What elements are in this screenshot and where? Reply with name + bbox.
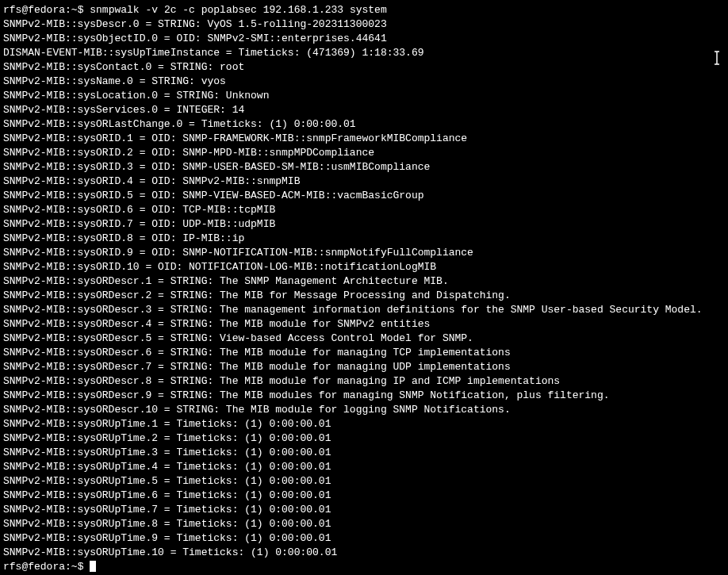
output-line: SNMPv2-MIB::sysORDescr.1 = STRING: The S…: [3, 274, 725, 289]
output-line: SNMPv2-MIB::sysORUpTime.1 = Timeticks: (…: [3, 417, 725, 431]
prompt-path: ~: [71, 4, 78, 16]
output-line: SNMPv2-MIB::sysORDescr.3 = STRING: The m…: [3, 303, 725, 317]
command-line: rfs@fedora:~$ snmpwalk -v 2c -c poplabse…: [3, 3, 725, 17]
spacer-2: [83, 561, 90, 573]
output-line: SNMPv2-MIB::sysORDescr.8 = STRING: The M…: [3, 374, 725, 389]
output-container: SNMPv2-MIB::sysDescr.0 = STRING: VyOS 1.…: [3, 17, 725, 560]
output-line: SNMPv2-MIB::sysORID.2 = OID: SNMP-MPD-MI…: [3, 146, 725, 160]
output-line: SNMPv2-MIB::sysORUpTime.10 = Timeticks: …: [3, 546, 725, 560]
output-line: SNMPv2-MIB::sysORDescr.6 = STRING: The M…: [3, 346, 725, 360]
output-line: SNMPv2-MIB::sysORID.9 = OID: SNMP-NOTIFI…: [3, 246, 725, 260]
output-line: SNMPv2-MIB::sysORUpTime.6 = Timeticks: (…: [3, 489, 725, 503]
output-line: SNMPv2-MIB::sysORUpTime.8 = Timeticks: (…: [3, 517, 725, 531]
command-text: snmpwalk -v 2c -c poplabsec 192.168.1.23…: [90, 4, 386, 16]
output-line: SNMPv2-MIB::sysORDescr.10 = STRING: The …: [3, 403, 725, 417]
terminal-window[interactable]: rfs@fedora:~$ snmpwalk -v 2c -c poplabse…: [3, 3, 725, 574]
prompt-user-host-2: rfs@fedora: [3, 561, 65, 573]
output-line: SNMPv2-MIB::sysContact.0 = STRING: root: [3, 60, 725, 75]
output-line: SNMPv2-MIB::sysORUpTime.7 = Timeticks: (…: [3, 503, 725, 517]
output-line: SNMPv2-MIB::sysORUpTime.5 = Timeticks: (…: [3, 474, 725, 489]
output-line: DISMAN-EVENT-MIB::sysUpTimeInstance = Ti…: [3, 46, 725, 60]
output-line: SNMPv2-MIB::sysORID.8 = OID: IP-MIB::ip: [3, 232, 725, 246]
output-line: SNMPv2-MIB::sysORID.1 = OID: SNMP-FRAMEW…: [3, 132, 725, 146]
output-line: SNMPv2-MIB::sysORID.10 = OID: NOTIFICATI…: [3, 260, 725, 274]
output-line: SNMPv2-MIB::sysORID.6 = OID: TCP-MIB::tc…: [3, 203, 725, 217]
output-line: SNMPv2-MIB::sysORUpTime.9 = Timeticks: (…: [3, 531, 725, 546]
output-line: SNMPv2-MIB::sysServices.0 = INTEGER: 14: [3, 103, 725, 117]
output-line: SNMPv2-MIB::sysORLastChange.0 = Timetick…: [3, 117, 725, 132]
output-line: SNMPv2-MIB::sysName.0 = STRING: vyos: [3, 75, 725, 89]
output-line: SNMPv2-MIB::sysORUpTime.2 = Timeticks: (…: [3, 431, 725, 446]
output-line: SNMPv2-MIB::sysORID.5 = OID: SNMP-VIEW-B…: [3, 189, 725, 203]
prompt-separator: :: [65, 4, 71, 16]
output-line: SNMPv2-MIB::sysORUpTime.3 = Timeticks: (…: [3, 446, 725, 460]
output-line: SNMPv2-MIB::sysORDescr.4 = STRING: The M…: [3, 317, 725, 332]
terminal-cursor[interactable]: [90, 561, 96, 572]
output-line: SNMPv2-MIB::sysORDescr.7 = STRING: The M…: [3, 360, 725, 374]
output-line: SNMPv2-MIB::sysObjectID.0 = OID: SNMPv2-…: [3, 32, 725, 46]
output-line: SNMPv2-MIB::sysORUpTime.4 = Timeticks: (…: [3, 460, 725, 474]
output-line: SNMPv2-MIB::sysORDescr.5 = STRING: View-…: [3, 332, 725, 346]
output-line: SNMPv2-MIB::sysORDescr.9 = STRING: The M…: [3, 389, 725, 403]
prompt-separator-2: :: [65, 561, 71, 573]
output-line: SNMPv2-MIB::sysORID.3 = OID: SNMP-USER-B…: [3, 160, 725, 174]
prompt-line-2: rfs@fedora:~$: [3, 560, 725, 574]
output-line: SNMPv2-MIB::sysLocation.0 = STRING: Unkn…: [3, 89, 725, 103]
output-line: SNMPv2-MIB::sysORID.7 = OID: UDP-MIB::ud…: [3, 217, 725, 232]
output-line: SNMPv2-MIB::sysORID.4 = OID: SNMPv2-MIB:…: [3, 174, 725, 189]
output-line: SNMPv2-MIB::sysORDescr.2 = STRING: The M…: [3, 289, 725, 303]
output-line: SNMPv2-MIB::sysDescr.0 = STRING: VyOS 1.…: [3, 17, 725, 32]
prompt-path-2: ~: [71, 561, 78, 573]
prompt-user-host: rfs@fedora: [3, 4, 65, 16]
